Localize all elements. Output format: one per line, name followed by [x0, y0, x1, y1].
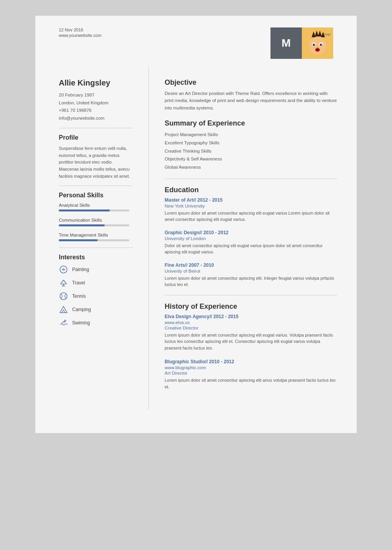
skill-communication-bar-fill	[59, 224, 105, 226]
divider-2	[59, 186, 133, 186]
svg-point-10	[314, 44, 315, 45]
svg-point-11	[321, 44, 322, 45]
divider-3	[59, 248, 133, 248]
interest-tennis: Tennis	[59, 291, 133, 301]
interest-travel-label: Travel	[72, 280, 85, 286]
skill-time-bar-bg	[59, 239, 129, 241]
person-dob: 20 February 1987	[59, 91, 133, 99]
divider-right-1	[165, 178, 337, 179]
svg-point-8	[313, 44, 315, 46]
edu-desc-2: Lorem ipsum dolor sit amet consecttur ap…	[165, 275, 337, 288]
interests-section: Interests Painting	[59, 254, 133, 328]
skill-analytical-bar-fill	[59, 209, 110, 211]
person-location: London, United Kingdom	[59, 99, 133, 107]
summary-item-2: Creative Thinking Skills	[165, 147, 337, 155]
travel-icon	[59, 278, 68, 288]
main-content: Allie Kingsley 20 February 1987 London, …	[35, 67, 357, 410]
exp-company-0: Elva Design Agency// 2012 - 2015	[165, 314, 337, 319]
objective-text: Desire an Art Director position with The…	[165, 90, 337, 111]
person-name: Allie Kingsley	[59, 78, 133, 87]
edu-entry-2: Fine Arts// 2007 - 2010 Univerity of Bei…	[165, 262, 337, 288]
svg-point-13	[316, 49, 319, 51]
interest-painting-label: Painting	[72, 267, 89, 272]
edu-school-1: University of London	[165, 236, 337, 241]
divider-right-2	[165, 295, 337, 295]
interest-swimming: Swiming	[59, 318, 133, 328]
tennis-icon	[59, 291, 68, 301]
interest-camping: Camping	[59, 305, 133, 314]
person-phone: +961 70 196876	[59, 107, 133, 115]
edu-degree-2: Fine Arts// 2007 - 2010	[165, 262, 337, 268]
svg-point-14	[317, 47, 318, 48]
avatar-initial: M	[270, 27, 302, 59]
skill-time-bar-fill	[59, 239, 98, 241]
edu-degree-1: Graphic Design// 2010 - 2012	[165, 230, 337, 235]
skill-communication: Communication Skills	[59, 218, 133, 226]
person-info: Allie Kingsley 20 February 1987 London, …	[59, 78, 133, 122]
exp-url-0: www.elva.us	[165, 320, 337, 325]
header-left: 12 Nov 2016 www.yourwebsite.com	[59, 27, 102, 38]
exp-desc-1: Lorem ipsum dolor sit amet consecttur ap…	[165, 377, 337, 390]
edu-school-2: Univerity of Beirut	[165, 269, 337, 273]
history-section: History of Experience Elva Design Agency…	[165, 302, 337, 390]
history-title: History of Experience	[165, 302, 337, 311]
header-website: www.yourwebsite.com	[59, 33, 102, 38]
person-email: info@yourwebsite.com	[59, 115, 133, 122]
exp-entry-1: Blugraphic Studio// 2010 - 2012 www.blug…	[165, 359, 337, 390]
summary-item-3: Objectivity & Self Awareness	[165, 155, 337, 163]
objective-section: Objective Desire an Art Director positio…	[165, 78, 337, 111]
education-title: Education	[165, 186, 337, 194]
profile-title: Profile	[59, 134, 133, 141]
summary-title: Summary of Experience	[165, 119, 337, 127]
edu-desc-0: Lorem ipsum dolor sit amet consecttur ap…	[165, 210, 337, 223]
svg-point-5	[309, 37, 326, 55]
divider-1	[59, 128, 133, 128]
header: 12 Nov 2016 www.yourwebsite.com M	[35, 16, 357, 67]
header-date: 12 Nov 2016	[59, 27, 102, 32]
summary-item-0: Project Management Skills	[165, 131, 337, 139]
interest-travel: Travel	[59, 278, 133, 288]
summary-items: Project Management Skills Excellent Typo…	[165, 131, 337, 171]
painting-icon	[59, 265, 68, 274]
header-avatars: M	[270, 27, 333, 59]
skill-analytical: Analytical Skills	[59, 203, 133, 211]
svg-point-9	[320, 44, 322, 46]
interest-swimming-label: Swiming	[72, 320, 90, 326]
resume-page: 12 Nov 2016 www.yourwebsite.com M	[35, 16, 357, 433]
exp-entry-0: Elva Design Agency// 2012 - 2015 www.elv…	[165, 314, 337, 351]
skill-time-label: Time Management Skills	[59, 233, 133, 237]
objective-title: Objective	[165, 78, 337, 87]
right-column: Objective Desire an Art Director positio…	[149, 67, 357, 410]
edu-degree-0: Master of Art// 2012 - 2015	[165, 197, 337, 203]
profile-text: Suspendisse ferm entum velit nulla, euis…	[59, 145, 133, 180]
edu-entry-1: Graphic Design// 2010 - 2012 University …	[165, 230, 337, 255]
summary-section: Summary of Experience Project Management…	[165, 119, 337, 171]
left-column: Allie Kingsley 20 February 1987 London, …	[35, 67, 149, 410]
edu-desc-1: Dolor sit amet consecttur apiscing elit …	[165, 242, 337, 255]
exp-desc-0: Lorem ipsum dolor sit amet consecttur ap…	[165, 332, 337, 351]
exp-url-1: www.blugraphic.com	[165, 365, 337, 370]
skills-section: Personal Skills Analytical Skills Commun…	[59, 192, 133, 241]
exp-role-0: Creative Director	[165, 326, 337, 330]
skill-communication-label: Communication Skills	[59, 218, 133, 222]
interests-title: Interests	[59, 254, 133, 261]
skill-time-management: Time Management Skills	[59, 233, 133, 241]
svg-text:Gasp!: Gasp!	[323, 33, 331, 36]
exp-role-1: Art Director	[165, 371, 337, 375]
skill-analytical-label: Analytical Skills	[59, 203, 133, 208]
avatar-cartoon: Gasp!	[302, 27, 333, 59]
interest-camping-label: Camping	[72, 307, 91, 312]
skills-title: Personal Skills	[59, 192, 133, 199]
exp-company-1: Blugraphic Studio// 2010 - 2012	[165, 359, 337, 364]
edu-entry-0: Master of Art// 2012 - 2015 New York Uni…	[165, 197, 337, 223]
interest-painting: Painting	[59, 265, 133, 274]
summary-item-4: Global Awareness	[165, 163, 337, 171]
swimming-icon	[59, 318, 68, 328]
interest-tennis-label: Tennis	[72, 293, 86, 299]
camping-icon	[59, 305, 68, 314]
summary-item-1: Excellent Typography Skills	[165, 139, 337, 147]
education-section: Education Master of Art// 2012 - 2015 Ne…	[165, 186, 337, 288]
svg-point-19	[60, 293, 67, 300]
skill-communication-bar-bg	[59, 224, 129, 226]
skill-analytical-bar-bg	[59, 209, 129, 211]
